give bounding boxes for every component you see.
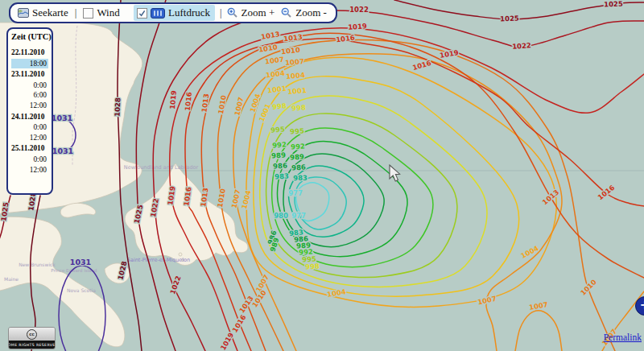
- isobar-value-label: 992: [272, 140, 287, 150]
- isobar-value-label: 1031: [52, 147, 73, 155]
- isobar-value-label: 998: [291, 103, 306, 112]
- isobar-value-label: 992: [291, 142, 305, 151]
- date-label: 22.11.2010: [11, 47, 48, 59]
- weather-map-app: Newfoundland and LabradorSaint-Pierre-et…: [0, 0, 644, 351]
- place-label: Saint-Pierre-et-Miquelon: [127, 257, 190, 263]
- time-option[interactable]: 18:00: [11, 59, 48, 69]
- time-option[interactable]: 12:00: [11, 133, 48, 143]
- cc-circle-icon: cc: [27, 329, 37, 340]
- pressure-layer-group: Luftdruck: [134, 5, 215, 21]
- toolbar-separator: |: [75, 6, 77, 19]
- time-option[interactable]: 0:00: [11, 155, 48, 165]
- isobar-value-label: 989: [290, 153, 304, 162]
- isobar-value-label: 995: [290, 126, 304, 135]
- permalink-link[interactable]: Permalink: [604, 332, 642, 342]
- cc-icon: cc: [9, 328, 55, 341]
- zoom-out-icon[interactable]: [281, 7, 292, 19]
- isobar-value-label: 1025: [500, 14, 519, 23]
- wind-toggle-label[interactable]: Wind: [97, 6, 119, 19]
- isobar-value-label: 1019: [348, 22, 367, 31]
- isobar-value-label: 998: [272, 101, 287, 111]
- land-miquelon-island: [179, 253, 182, 256]
- isobar-value-label: 986: [291, 163, 306, 172]
- isobar-value-label: 998: [305, 262, 320, 271]
- isobar-value-label: 1004: [286, 71, 306, 81]
- zoom-out-button[interactable]: Zoom -: [295, 6, 327, 19]
- date-label: 23.11.2010: [11, 69, 48, 81]
- time-option[interactable]: 12:00: [11, 101, 48, 111]
- wind-checkbox[interactable]: [83, 8, 93, 19]
- pressure-isobar-icon: [151, 8, 165, 19]
- license-badge-text: SOME RIGHTS RESERVED: [9, 341, 55, 349]
- isobar-value-label: 980: [274, 212, 288, 220]
- weather-map-canvas[interactable]: Newfoundland and LabradorSaint-Pierre-et…: [0, 0, 644, 351]
- isobar-value-label: 1001: [287, 86, 308, 96]
- time-select-panel: Zeit (UTC) 22.11.201018:0023.11.20100:00…: [6, 27, 53, 195]
- map-toolbar: Seekarte | Wind . Luftdruck |: [9, 2, 337, 23]
- isobar-value-label: 1028: [113, 97, 122, 117]
- time-options-list: 22.11.201018:0023.11.20100:006:0012:0024…: [11, 47, 48, 175]
- toolbar-separator: |: [220, 6, 222, 19]
- time-option[interactable]: 0:00: [11, 81, 48, 91]
- isobar-value-label: 1025: [604, 0, 623, 8]
- isobar-value-label: 1031: [52, 114, 72, 122]
- place-label: Nova Scotia: [67, 287, 96, 293]
- place-label: Maine: [4, 276, 19, 282]
- license-badge[interactable]: cc SOME RIGHTS RESERVED: [8, 327, 56, 349]
- seachart-icon: [18, 8, 29, 18]
- zoom-in-icon[interactable]: [227, 7, 238, 19]
- isobar-value-label: 1031: [70, 258, 91, 266]
- isobar-value-label: 1022: [512, 41, 531, 51]
- date-label: 24.11.2010: [11, 112, 48, 123]
- time-option[interactable]: 12:00: [11, 165, 48, 176]
- time-panel-title: Zeit (UTC): [11, 32, 48, 41]
- isobar-value-label: 986: [273, 161, 287, 170]
- checkmark-icon: [138, 10, 146, 17]
- isobar-value-label: 977: [291, 212, 306, 220]
- place-label: Newfoundland and Labrador: [124, 164, 199, 171]
- date-label: 25.11.2010: [11, 143, 48, 155]
- seachart-toggle[interactable]: Seekarte: [32, 6, 68, 19]
- isobar-value-label: 989: [271, 151, 286, 159]
- isobar-value-label: 995: [270, 125, 286, 134]
- time-option[interactable]: 6:00: [11, 90, 48, 101]
- zoom-in-button[interactable]: Zoom +: [242, 6, 275, 19]
- isobar-value-label: 1019: [168, 90, 178, 110]
- time-option[interactable]: 0:00: [11, 122, 48, 133]
- isobar-value-label: 983: [275, 172, 289, 181]
- pressure-toggle-label[interactable]: Luftdruck: [168, 6, 210, 19]
- pressure-checkbox[interactable]: [137, 8, 147, 19]
- isobar-value-label: 977: [288, 189, 303, 197]
- place-label: New Brunswick: [19, 262, 56, 267]
- isobar-value-label: 983: [293, 174, 308, 183]
- isobar-value-label: 1022: [349, 6, 369, 14]
- isobar-value-label: 1007: [285, 57, 305, 67]
